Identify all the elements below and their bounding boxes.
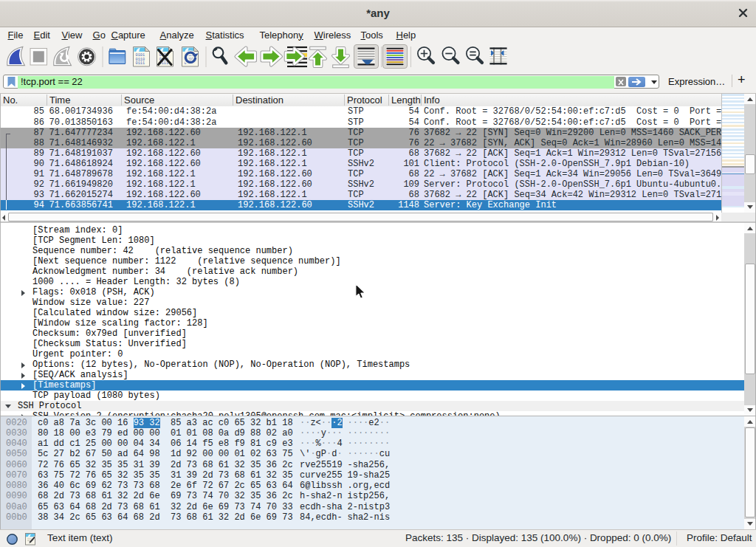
svg-text:0111: 0111 — [136, 61, 145, 66]
